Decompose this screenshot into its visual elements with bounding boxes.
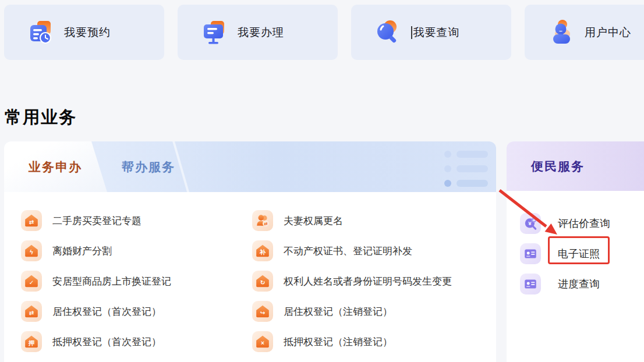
business-item[interactable]: ⇄ 二手房买卖登记专题 (21, 205, 171, 236)
quick-card-appointment[interactable]: 我要预约 (4, 5, 164, 60)
business-item-label: 权利人姓名或者身份证明号码发生变更 (284, 275, 452, 288)
business-item-label: 居住权登记（首次登记） (52, 305, 161, 318)
house-signout-icon: ↪ (252, 301, 273, 322)
quick-card-label: 用户中心 (585, 25, 631, 40)
quick-card-label: 我要查询 (411, 25, 460, 40)
house-refresh-icon: ↻ (252, 271, 273, 292)
house-split-icon: ϟ (21, 240, 42, 261)
svg-text:⇄: ⇄ (29, 219, 34, 225)
tab-assist-service[interactable]: 帮办服务 (122, 141, 175, 192)
quick-links-row: 我要预约 我要办理 我要查询 (4, 5, 644, 60)
business-item[interactable]: ⇄ 居住权登记（首次登记） (21, 296, 171, 326)
id-card-icon (520, 274, 541, 294)
convenience-item-e-license[interactable]: 电子证照 (520, 239, 610, 269)
business-item[interactable]: 补 不动产权证书、登记证明补发 (252, 236, 452, 266)
tab-bar: 业务申办 帮办服务 (4, 141, 496, 192)
convenience-panel: 便民服务 ¥ + 评估价查询 (507, 141, 644, 362)
business-item[interactable]: ϟ 离婚财产分割 (21, 236, 171, 266)
house-check-icon: ✓ (21, 271, 42, 292)
couple-rename-icon: ⇄ (252, 210, 273, 231)
convenience-item-progress[interactable]: 进度查询 (520, 269, 610, 299)
svg-text:¥: ¥ (528, 220, 532, 226)
quick-card-search[interactable]: 我要查询 (351, 5, 511, 60)
svg-text:↻: ↻ (260, 279, 266, 286)
id-card-icon (520, 243, 541, 264)
quick-card-user-center[interactable]: 用户中心 (525, 5, 644, 60)
business-item-label: 夫妻权属更名 (284, 214, 343, 228)
business-item-label: 安居型商品房上市换证登记 (52, 275, 171, 288)
house-swap-icon: ⇄ (21, 301, 42, 322)
svg-text:×: × (261, 340, 264, 346)
house-cancel-icon: × (252, 331, 273, 352)
house-pledge-icon: 押 (21, 331, 42, 352)
svg-text:↪: ↪ (260, 310, 266, 316)
business-item[interactable]: ↻ 权利人姓名或者身份证明号码发生变更 (252, 266, 452, 296)
convenience-item-label: 评估价查询 (558, 217, 610, 230)
business-item-label: 抵押权登记（注销登记） (284, 335, 392, 349)
svg-text:+: + (533, 218, 536, 223)
house-swap-icon: ⇄ (21, 210, 42, 231)
business-item[interactable]: 押 抵押权登记（首次登记） (21, 326, 171, 357)
quick-card-handle[interactable]: 我要办理 (178, 5, 338, 60)
text-caret (411, 26, 412, 39)
business-item[interactable]: ↪ 居住权登记（注销登记） (252, 296, 452, 326)
house-reissue-icon: 补 (252, 240, 273, 261)
convenience-item-label: 进度查询 (558, 277, 600, 291)
quick-card-label: 我要预约 (64, 25, 111, 40)
business-item[interactable]: ✓ 安居型商品房上市换证登记 (21, 266, 171, 296)
business-list-column-1: ⇄ 二手房买卖登记专题 ϟ 离婚财产分割 ✓ 安居型商品房上市换证登记 ⇄ 居住… (21, 205, 171, 357)
appointment-icon (27, 19, 54, 46)
business-item-label: 居住权登记（注销登记） (284, 305, 392, 318)
svg-text:⇄: ⇄ (264, 221, 267, 226)
handle-icon (201, 19, 228, 46)
business-item[interactable]: ⇄ 夫妻权属更名 (252, 205, 452, 236)
search-icon (374, 19, 401, 46)
svg-text:✓: ✓ (29, 279, 34, 286)
convenience-list: ¥ + 评估价查询 电子证照 (520, 208, 610, 299)
user-center-icon (548, 19, 575, 46)
business-item-label: 抵押权登记（首次登记） (52, 335, 161, 349)
business-item[interactable]: × 抵押权登记（注销登记） (252, 326, 452, 357)
business-item-label: 离婚财产分割 (52, 244, 112, 258)
business-panel: 业务申办 帮办服务 ⇄ 二手房买卖登记专题 ϟ 离婚财产分割 ✓ 安居型商品房上… (4, 141, 496, 362)
quick-card-label: 我要办理 (238, 25, 284, 40)
svg-text:押: 押 (28, 340, 34, 346)
convenience-panel-title: 便民服务 (507, 141, 644, 191)
business-item-label: 不动产权证书、登记证明补发 (284, 244, 412, 258)
valuation-search-icon: ¥ + (520, 213, 541, 234)
svg-text:⇄: ⇄ (29, 310, 34, 316)
section-title: 常用业务 (5, 106, 77, 129)
list-menu-icon[interactable] (444, 151, 488, 187)
business-item-label: 二手房买卖登记专题 (52, 214, 141, 228)
convenience-item-label: 电子证照 (558, 247, 600, 261)
svg-text:补: 补 (259, 249, 266, 255)
convenience-item-valuation[interactable]: ¥ + 评估价查询 (520, 208, 610, 239)
business-list-column-2: ⇄ 夫妻权属更名 补 不动产权证书、登记证明补发 ↻ 权利人姓名或者身份证明号码… (252, 205, 452, 357)
svg-text:ϟ: ϟ (30, 249, 33, 255)
tab-business-apply[interactable]: 业务申办 (29, 141, 82, 192)
